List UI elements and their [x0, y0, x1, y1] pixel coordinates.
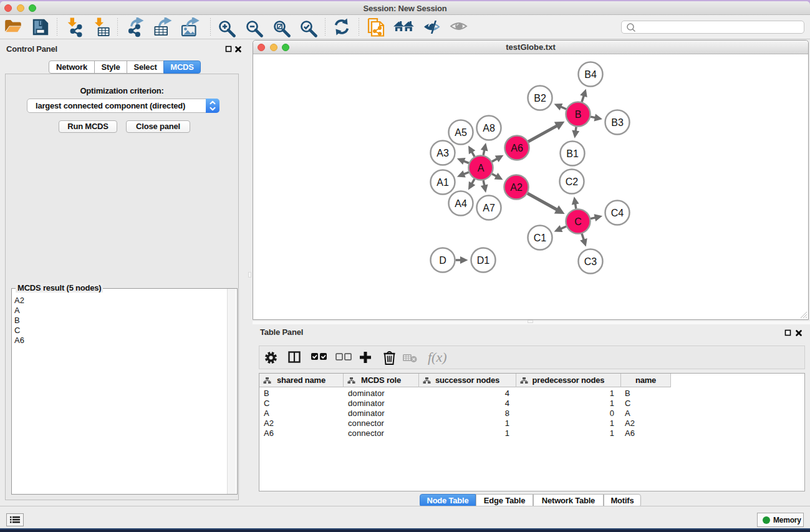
svg-text:A8: A8: [483, 123, 495, 133]
svg-text:C4: C4: [611, 208, 624, 218]
svg-text:A4: A4: [455, 198, 467, 209]
svg-text:A3: A3: [436, 148, 449, 158]
svg-text:A7: A7: [483, 203, 495, 213]
svg-text:D1: D1: [477, 255, 490, 266]
svg-text:B: B: [575, 109, 582, 120]
svg-text:A2: A2: [510, 182, 523, 193]
svg-text:D: D: [439, 255, 446, 266]
svg-text:A6: A6: [511, 143, 523, 153]
svg-text:A1: A1: [436, 177, 449, 188]
svg-text:B3: B3: [611, 117, 624, 128]
svg-text:A5: A5: [455, 127, 467, 138]
svg-text:C2: C2: [566, 177, 579, 187]
svg-text:A: A: [478, 163, 485, 173]
svg-text:C1: C1: [534, 233, 547, 243]
svg-text:B1: B1: [566, 148, 579, 159]
svg-text:B2: B2: [534, 93, 546, 104]
svg-text:B4: B4: [584, 69, 597, 80]
svg-text:C: C: [574, 216, 582, 227]
svg-text:C3: C3: [584, 256, 597, 267]
